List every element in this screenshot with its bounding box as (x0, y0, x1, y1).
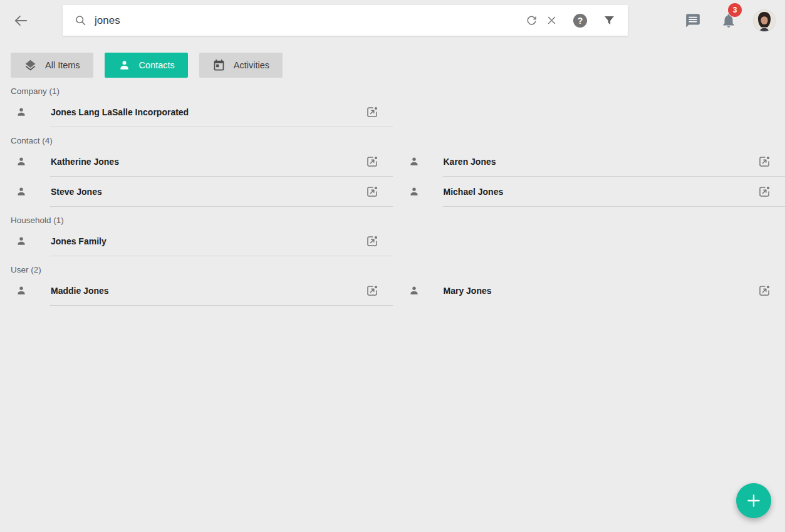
search-actions: ? (524, 13, 616, 28)
search-result-row[interactable]: Michael Jones (393, 177, 785, 207)
person-icon (118, 59, 131, 72)
search-input[interactable] (95, 5, 524, 36)
search-result-row[interactable]: Maddie Jones (0, 276, 393, 306)
person-icon (408, 155, 420, 168)
section-header: Company (1) (11, 86, 785, 96)
chip-all-items[interactable]: All Items (11, 53, 93, 78)
open-record-button[interactable] (365, 155, 379, 169)
notification-count-badge: 3 (728, 3, 742, 17)
result-name: Steve Jones (51, 187, 102, 197)
open-in-new-dot-icon (757, 155, 771, 169)
person-icon (15, 185, 28, 198)
result-name: Katherine Jones (51, 157, 119, 167)
section-header: User (2) (11, 265, 785, 275)
open-in-new-dot-icon (365, 105, 379, 119)
plus-icon (746, 493, 761, 508)
chip-label: Activities (234, 60, 269, 70)
calendar-icon (212, 59, 226, 72)
layers-icon (24, 59, 37, 72)
search-result-row[interactable]: Steve Jones (0, 177, 393, 207)
search-result-row[interactable]: Katherine Jones (0, 147, 393, 177)
messages-button[interactable] (685, 13, 701, 29)
filter-button[interactable] (601, 13, 616, 28)
open-record-button[interactable] (365, 284, 379, 298)
open-in-new-dot-icon (365, 284, 379, 298)
close-icon (546, 15, 557, 26)
result-name: Maddie Jones (51, 286, 109, 296)
search-result-row[interactable]: Karen Jones (393, 147, 785, 177)
chat-bubble-icon (685, 13, 701, 29)
open-in-new-dot-icon (365, 234, 379, 248)
section-header: Household (1) (11, 216, 785, 226)
section-grid: Jones Family (0, 226, 785, 256)
open-in-new-dot-icon (365, 155, 379, 169)
open-record-button[interactable] (757, 155, 771, 169)
open-record-button[interactable] (365, 234, 379, 248)
section-header: Contact (4) (11, 136, 785, 146)
avatar-photo (754, 10, 775, 31)
top-bar: ? (0, 0, 785, 41)
search-bar: ? (63, 5, 628, 36)
open-record-button[interactable] (365, 185, 379, 199)
person-icon (15, 106, 28, 118)
back-button[interactable] (10, 10, 31, 31)
add-button[interactable] (736, 483, 771, 518)
result-name: Karen Jones (444, 157, 496, 167)
open-in-new-dot-icon (365, 185, 379, 199)
search-result-row[interactable]: Jones Family (0, 226, 393, 256)
top-right-actions: 3 (685, 10, 775, 31)
person-icon (408, 284, 420, 297)
chip-label: All Items (45, 60, 80, 70)
result-name: Michael Jones (444, 187, 504, 197)
result-section: Contact (4) Katherine Jones (0, 136, 785, 207)
search-result-row[interactable]: Mary Jones (393, 276, 785, 306)
filter-chips: All Items Contacts Activities (11, 53, 785, 78)
open-in-new-dot-icon (757, 284, 771, 298)
chip-activities[interactable]: Activities (199, 53, 283, 78)
result-name: Mary Jones (444, 286, 492, 296)
result-name: Jones Family (51, 236, 107, 246)
result-name: Jones Lang LaSalle Incorporated (51, 107, 189, 117)
section-grid: Jones Lang LaSalle Incorporated (0, 97, 785, 127)
arrow-back-icon (13, 13, 29, 29)
search-results: Company (1) Jones Lang LaSalle Incorpora… (0, 86, 785, 306)
result-section: Company (1) Jones Lang LaSalle Incorpora… (0, 86, 785, 127)
search-result-row[interactable]: Jones Lang LaSalle Incorporated (0, 97, 393, 127)
person-icon (15, 284, 28, 297)
open-record-button[interactable] (757, 284, 771, 298)
open-in-new-dot-icon (757, 185, 771, 199)
open-record-button[interactable] (365, 105, 379, 119)
open-record-button[interactable] (757, 185, 771, 199)
help-button[interactable]: ? (573, 13, 588, 28)
notifications-button[interactable]: 3 (720, 13, 737, 29)
filter-funnel-icon (603, 14, 616, 27)
result-section: Household (1) Jones Family (0, 216, 785, 256)
refresh-icon (526, 14, 538, 26)
person-icon (15, 155, 28, 168)
refresh-button[interactable] (524, 13, 539, 28)
clear-search-button[interactable] (544, 13, 559, 28)
section-grid: Maddie Jones Mary Jones (0, 276, 785, 306)
help-icon: ? (573, 14, 587, 28)
chip-label: Contacts (139, 60, 175, 70)
user-avatar[interactable] (754, 10, 775, 31)
person-icon (15, 235, 28, 248)
person-icon (408, 185, 420, 198)
result-section: User (2) Maddie Jones (0, 265, 785, 306)
section-grid: Katherine Jones Karen Jones (0, 147, 785, 207)
search-icon (74, 14, 87, 27)
chip-contacts[interactable]: Contacts (105, 53, 188, 78)
